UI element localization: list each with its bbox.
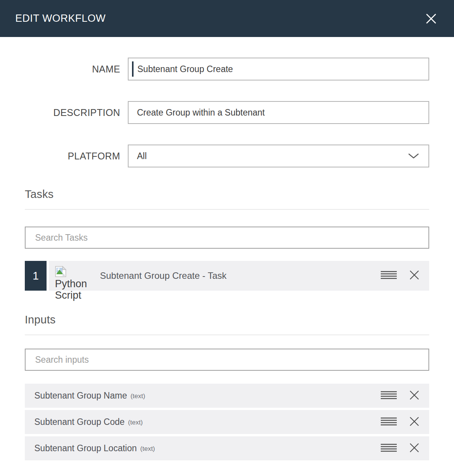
input-type-label: (text)	[140, 445, 155, 453]
drag-handle-icon[interactable]	[380, 391, 397, 401]
platform-select[interactable]: All	[128, 145, 429, 167]
description-input[interactable]	[129, 102, 428, 123]
name-input[interactable]	[134, 58, 428, 80]
task-row-actions	[380, 270, 429, 282]
description-form-row: DESCRIPTION	[0, 101, 429, 124]
task-icon-alt-text: Python Script	[55, 278, 92, 301]
inputs-section: Inputs Subtenant Group Name (text)	[0, 314, 454, 460]
tasks-section: Tasks 1 Python Script Subtenant Group Cr…	[0, 188, 454, 291]
remove-input-icon[interactable]	[409, 442, 420, 455]
remove-input-icon[interactable]	[409, 390, 420, 402]
task-type-icon-wrap: Python Script	[55, 266, 92, 301]
name-field-box	[128, 58, 429, 80]
input-type-label: (text)	[128, 419, 143, 426]
tasks-heading: Tasks	[25, 188, 429, 201]
search-tasks-input[interactable]	[25, 227, 429, 249]
description-label: DESCRIPTION	[0, 107, 120, 118]
input-label: Subtenant Group Location	[34, 443, 137, 453]
inputs-divider	[25, 334, 429, 335]
name-label: NAME	[0, 64, 120, 75]
input-row-actions	[380, 390, 429, 402]
task-order-badge: 1	[25, 261, 47, 291]
input-row-actions	[380, 416, 429, 428]
close-icon[interactable]	[424, 12, 438, 26]
platform-label: PLATFORM	[0, 151, 120, 162]
drag-handle-icon[interactable]	[380, 443, 397, 454]
search-inputs-input[interactable]	[25, 349, 429, 371]
input-row-subtenant-group-name: Subtenant Group Name (text)	[25, 384, 429, 408]
remove-input-icon[interactable]	[409, 416, 420, 428]
broken-image-icon	[55, 266, 66, 277]
input-type-label: (text)	[130, 392, 145, 400]
drag-handle-icon[interactable]	[380, 417, 397, 428]
modal-header: EDIT WORKFLOW	[0, 0, 454, 37]
input-label: Subtenant Group Name	[34, 391, 127, 401]
task-row: 1 Python Script Subtenant Group Create -…	[25, 261, 429, 291]
platform-form-row: PLATFORM All	[0, 145, 429, 167]
chevron-down-icon	[408, 153, 419, 159]
tasks-divider	[25, 209, 429, 210]
platform-selected-value: All	[137, 151, 147, 161]
input-rows-list: Subtenant Group Name (text)	[25, 384, 429, 460]
name-form-row: NAME	[0, 58, 429, 80]
description-field-box	[128, 101, 429, 124]
drag-handle-icon[interactable]	[380, 270, 397, 281]
inputs-heading: Inputs	[25, 314, 429, 326]
input-row-subtenant-group-code: Subtenant Group Code (text)	[25, 410, 429, 434]
input-label: Subtenant Group Code	[34, 417, 125, 427]
workflow-form: NAME DESCRIPTION PLATFORM All	[0, 37, 454, 167]
input-row-actions	[380, 442, 429, 455]
input-row-subtenant-group-location: Subtenant Group Location (text)	[25, 436, 429, 460]
remove-task-icon[interactable]	[409, 270, 420, 282]
modal-title: EDIT WORKFLOW	[15, 13, 106, 24]
task-name: Subtenant Group Create - Task	[100, 270, 227, 281]
task-row-body: Python Script Subtenant Group Create - T…	[49, 261, 429, 291]
